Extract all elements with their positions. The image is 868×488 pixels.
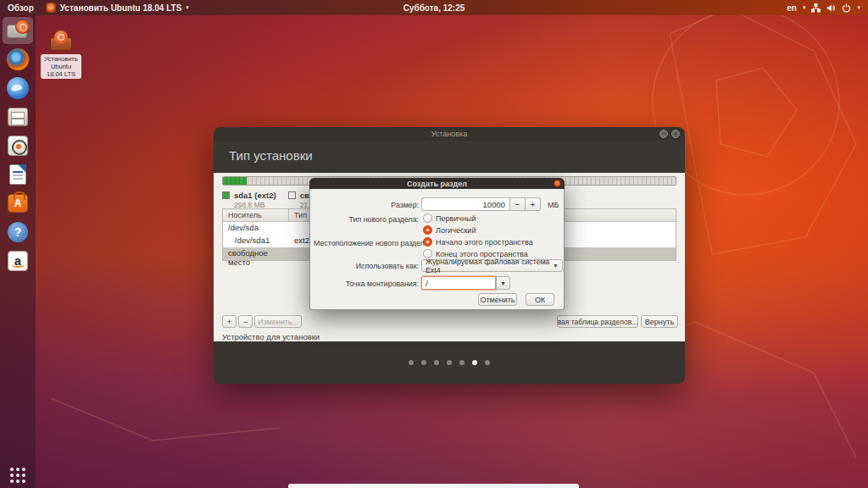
legend-swatch-sda1	[222, 191, 230, 199]
radio-primary-label[interactable]: Первичный	[436, 214, 476, 223]
pager-dot	[447, 360, 452, 365]
radio-beginning-label[interactable]: Начало этого пространства	[436, 238, 533, 247]
type-label: Тип нового раздела:	[314, 215, 419, 224]
pager-dots	[214, 341, 685, 384]
caret-down-icon: ▾	[803, 4, 806, 11]
size-decrement-button[interactable]: −	[510, 197, 526, 211]
cell-type: ext2	[289, 235, 309, 247]
amazon-icon: a	[8, 251, 28, 271]
legend-swatch-free	[288, 191, 296, 199]
use-as-value: Журналируемая файловая система Ext4	[426, 258, 553, 274]
top-bar: Обзор Установить Ubuntu 18.04 LTS ▾ Субб…	[0, 0, 868, 15]
help-icon: ?	[8, 222, 28, 242]
cell-type	[289, 222, 294, 235]
create-partition-dialog: Создать раздел Размер: − + МБ Тип нового…	[309, 178, 565, 310]
pager-dot	[485, 360, 490, 365]
bottom-center-bar	[288, 484, 579, 488]
thunderbird-icon	[7, 77, 29, 99]
revert-button[interactable]: Вернуть	[641, 315, 678, 328]
minimize-button[interactable]: −	[659, 130, 668, 138]
libreoffice-writer-icon	[9, 164, 26, 185]
radio-beginning[interactable]	[423, 237, 432, 247]
mount-point-label: Точка монтирования:	[314, 280, 419, 288]
installer-app-icon	[46, 3, 56, 13]
legend-item: sda1 (ext2) 298.8 MB	[222, 191, 276, 209]
pager-dot	[409, 360, 414, 365]
desktop-screen: Обзор Установить Ubuntu 18.04 LTS ▾ Субб…	[0, 0, 868, 488]
network-icon[interactable]	[811, 3, 821, 13]
installer-shortcut-icon	[48, 30, 74, 53]
show-applications-icon	[10, 468, 25, 483]
power-icon[interactable]	[842, 3, 851, 13]
use-as-select[interactable]: Журналируемая файловая система Ext4 ▼	[421, 259, 563, 272]
radio-primary[interactable]	[423, 214, 432, 223]
mount-point-input[interactable]	[421, 276, 496, 290]
chevron-down-icon: ▼	[553, 263, 559, 269]
mount-point-dropdown-button[interactable]: ▼	[496, 276, 510, 290]
legend-label: sda1 (ext2)	[234, 191, 276, 200]
caret-down-icon: ▾	[186, 4, 189, 11]
page-title: Тип установки	[229, 148, 313, 163]
window-titlebar[interactable]: Установка − ×	[214, 127, 685, 141]
size-label: Размер:	[314, 201, 419, 209]
size-input[interactable]	[421, 197, 510, 211]
pager-dot	[434, 360, 439, 365]
radio-logical-label[interactable]: Логический	[436, 226, 476, 235]
pager-dot	[421, 360, 426, 365]
app-menu[interactable]: Установить Ubuntu 18.04 LTS ▾	[46, 3, 189, 13]
cell-type	[289, 247, 294, 260]
location-label: Местоположение нового раздела:	[314, 239, 419, 247]
dock-item-amazon[interactable]: a	[3, 247, 33, 274]
dock-item-help[interactable]: ?	[3, 219, 33, 246]
change-partition-button[interactable]: Изменить...	[254, 315, 302, 328]
clock[interactable]: Суббота, 12:25	[403, 3, 465, 13]
boot-device-label: Устройство для установки	[222, 332, 320, 341]
cell-device: свободное место	[223, 247, 289, 260]
cancel-button[interactable]: Отменить	[478, 293, 517, 306]
cell-device: /dev/sda1	[223, 235, 289, 247]
cell-device: /dev/sda	[223, 222, 289, 235]
dialog-titlebar[interactable]: Создать раздел	[309, 178, 565, 189]
activities-button[interactable]: Обзор	[8, 3, 34, 13]
dock-item-ubuntu-installer[interactable]	[3, 17, 33, 44]
dock-item-libreoffice-writer[interactable]	[3, 161, 33, 188]
pager-dot	[459, 360, 465, 365]
installer-shortcut-label: Установить Ubuntu 18.04 LTS	[41, 54, 81, 79]
size-increment-button[interactable]: +	[526, 197, 541, 211]
dock-item-firefox[interactable]	[3, 46, 33, 73]
window-header: Тип установки	[214, 141, 685, 173]
window-title: Установка	[431, 130, 468, 138]
files-icon	[8, 108, 28, 126]
ubuntu-software-icon: A	[8, 194, 28, 213]
dock-item-ubuntu-software[interactable]: A	[3, 190, 33, 217]
column-header-type[interactable]: Тип	[289, 209, 307, 221]
column-header-device[interactable]: Носитель	[223, 209, 289, 221]
ubuntu-installer-icon	[6, 19, 30, 42]
dock: A ? a	[0, 15, 36, 488]
pager-dot	[472, 360, 477, 365]
size-unit-label: МБ	[548, 201, 559, 209]
volume-icon[interactable]	[826, 3, 836, 13]
show-applications-button[interactable]	[0, 468, 36, 483]
ok-button[interactable]: ОК	[526, 293, 554, 306]
app-menu-title: Установить Ubuntu 18.04 LTS	[60, 3, 182, 13]
desktop-installer-shortcut[interactable]: Установить Ubuntu 18.04 LTS	[41, 30, 81, 80]
keyboard-layout-indicator[interactable]: en	[787, 3, 797, 13]
firefox-icon	[7, 48, 29, 70]
dialog-close-button[interactable]	[554, 180, 561, 187]
remove-partition-button[interactable]: −	[238, 315, 253, 328]
caret-down-icon: ▾	[857, 4, 860, 11]
new-partition-table-button[interactable]: вая таблица разделов...	[557, 315, 638, 328]
close-button[interactable]: ×	[671, 130, 680, 138]
dialog-title: Создать раздел	[407, 180, 467, 188]
use-as-label: Использовать как:	[314, 262, 419, 270]
dock-item-thunderbird[interactable]	[3, 75, 33, 102]
dock-item-files[interactable]	[3, 103, 33, 130]
dock-item-rhythmbox[interactable]	[3, 132, 33, 159]
rhythmbox-icon	[8, 136, 28, 156]
add-partition-button[interactable]: +	[222, 315, 236, 328]
radio-logical[interactable]	[423, 225, 432, 235]
